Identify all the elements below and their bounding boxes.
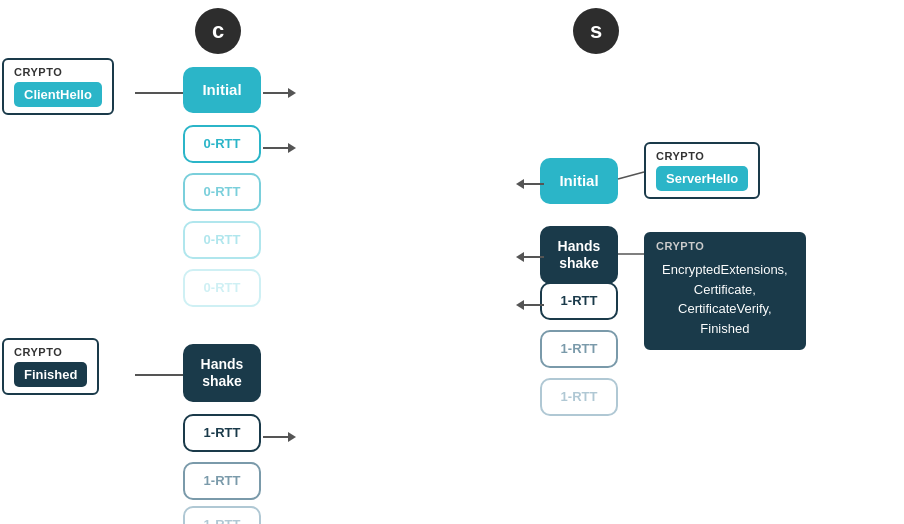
arrow-server-handshake-left: [516, 252, 544, 262]
server-initial-state: Initial: [540, 158, 618, 204]
svg-line-0: [618, 172, 644, 179]
crypto-clienthello-content: ClientHello: [14, 82, 102, 107]
crypto-serverhello-content: ServerHello: [656, 166, 748, 191]
client-circle-label: c: [195, 8, 241, 54]
client-0rtt-1: 0-RTT: [183, 125, 261, 163]
arrow-initial-right: [263, 88, 296, 98]
arrow-line: [524, 256, 544, 258]
crypto-label-4: CRYPTO: [656, 240, 794, 252]
arrow-line: [263, 436, 288, 438]
crypto-serverhello-box: CRYPTO ServerHello: [644, 142, 760, 199]
arrow-head: [516, 179, 524, 189]
arrow-server-initial-left: [516, 179, 544, 189]
client-initial-state: Initial: [183, 67, 261, 113]
crypto-clienthello-box: CRYPTO ClientHello: [2, 58, 114, 115]
arrow-line: [524, 183, 544, 185]
client-0rtt-4: 0-RTT: [183, 269, 261, 307]
arrow-head: [516, 252, 524, 262]
client-side: c CRYPTO ClientHello Initial 0-RTT: [0, 0, 420, 524]
server-1rtt-1: 1-RTT: [540, 282, 618, 320]
arrow-1rtt-right: [263, 432, 296, 442]
diagram: c CRYPTO ClientHello Initial 0-RTT: [0, 0, 904, 524]
client-0rtt-3: 0-RTT: [183, 221, 261, 259]
arrow-head: [516, 300, 524, 310]
arrow-line: [263, 92, 288, 94]
server-1rtt-2: 1-RTT: [540, 330, 618, 368]
arrow-line: [524, 304, 544, 306]
server-1rtt-3: 1-RTT: [540, 378, 618, 416]
client-handshake-state: Handsshake: [183, 344, 261, 402]
crypto-label-3: CRYPTO: [656, 150, 748, 162]
arrow-head: [288, 88, 296, 98]
crypto-encrypted-content: EncryptedExtensions,Certificate,Certific…: [656, 256, 794, 342]
crypto-encrypted-box: CRYPTO EncryptedExtensions,Certificate,C…: [644, 232, 806, 350]
server-handshake-state: Handsshake: [540, 226, 618, 284]
client-1rtt-2: 1-RTT: [183, 462, 261, 500]
arrow-line: [263, 147, 288, 149]
arrow-head: [288, 432, 296, 442]
server-side: s Initial CRYPTO ServerHello Handsshake: [430, 0, 904, 524]
client-1rtt-3: 1-RTT: [183, 506, 261, 524]
arrow-0rtt-right: [263, 143, 296, 153]
arrow-head: [288, 143, 296, 153]
crypto-label-2: CRYPTO: [14, 346, 87, 358]
client-0rtt-2: 0-RTT: [183, 173, 261, 211]
client-1rtt-1: 1-RTT: [183, 414, 261, 452]
crypto-finished-box: CRYPTO Finished: [2, 338, 99, 395]
crypto-label-1: CRYPTO: [14, 66, 102, 78]
arrow-line: [135, 374, 183, 376]
server-circle-label: s: [573, 8, 619, 54]
crypto-finished-content: Finished: [14, 362, 87, 387]
arrow-line: [135, 92, 183, 94]
arrow-server-1rtt-left: [516, 300, 544, 310]
